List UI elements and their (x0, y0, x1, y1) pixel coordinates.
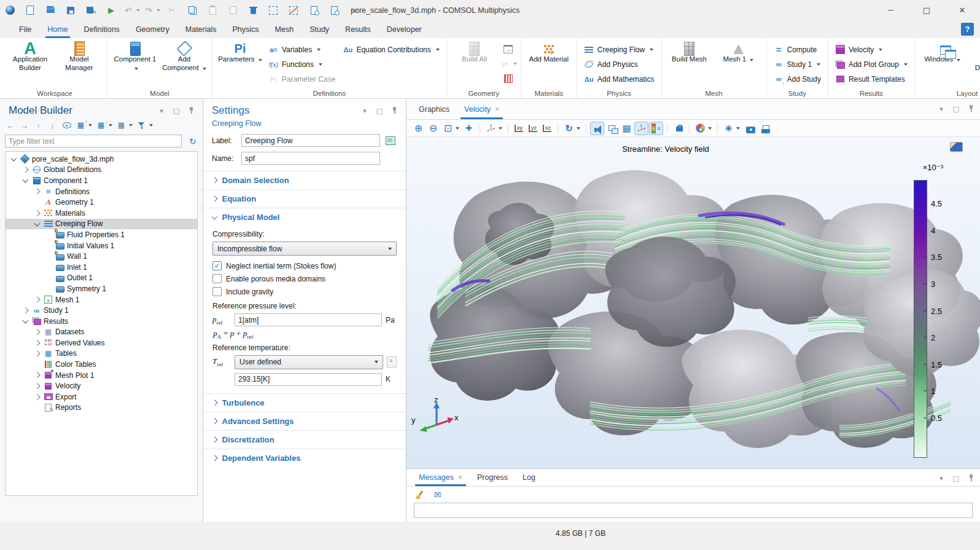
tree-item-initial-values-1[interactable]: Initial Values 1 (6, 240, 197, 251)
tree-toggle[interactable] (9, 158, 18, 160)
virtual-operations-button[interactable] (500, 72, 516, 85)
reference-temperature-select[interactable]: User defined (235, 355, 383, 369)
menu-tab-materials[interactable]: Materials (177, 20, 225, 38)
section-domain-selection[interactable]: Domain Selection (203, 171, 406, 189)
tree-item-export[interactable]: Export (6, 391, 197, 403)
messages-tab-log[interactable]: Log (519, 469, 539, 486)
menu-tab-developer[interactable]: Developer (379, 20, 430, 38)
graphics-tab-graphics[interactable]: Graphics (415, 99, 453, 119)
checkbox-neglect-inertial-term-stokes-flow[interactable]: ✓Neglect inertial term (Stokes flow) (212, 259, 397, 272)
tree-item-wall-1[interactable]: Wall 1 (6, 251, 197, 262)
name-input[interactable] (241, 152, 380, 165)
tree-item-mesh-1[interactable]: Mesh 1 (6, 294, 197, 305)
new-file-button[interactable] (21, 2, 39, 18)
transparency-button[interactable] (605, 122, 619, 135)
rename-label-button[interactable] (384, 135, 397, 147)
tree-toggle[interactable] (21, 308, 29, 313)
go-forward-button[interactable] (18, 119, 31, 132)
help-button[interactable]: ? (961, 23, 974, 36)
clear-button[interactable] (413, 488, 427, 501)
minimize-button[interactable]: − (873, 0, 909, 20)
tree-toggle[interactable] (33, 341, 41, 345)
tree-item-global-definitions[interactable]: Global Definitions (6, 165, 197, 176)
paste-button[interactable] (203, 2, 222, 18)
tree-item-outlet-1[interactable]: Outlet 1 (6, 273, 197, 284)
print-button[interactable] (757, 122, 771, 135)
zoom-in-button[interactable] (411, 122, 426, 135)
import-button[interactable] (500, 42, 516, 56)
panel-menu-chevron-icon[interactable]: ▾ (157, 106, 166, 115)
close-tab-icon[interactable]: × (495, 105, 499, 114)
section-equation[interactable]: Equation (203, 189, 406, 208)
panel-menu-chevron-icon[interactable]: ▾ (937, 104, 946, 113)
messages-tab-progress[interactable]: Progress (473, 469, 511, 486)
panel-menu-chevron-icon[interactable]: ▾ (937, 474, 946, 482)
tree-item-results[interactable]: Results (6, 316, 197, 327)
expand-tree-button[interactable] (95, 119, 114, 132)
temperature-list-button[interactable] (387, 356, 397, 367)
rotate-button[interactable] (562, 122, 582, 135)
panel-pin-icon[interactable] (966, 104, 975, 113)
zoom-out-button[interactable] (426, 122, 440, 135)
section-discretization[interactable]: Discretization (203, 430, 406, 449)
section-advanced-settings[interactable]: Advanced Settings (203, 412, 406, 430)
save-as-button[interactable] (82, 2, 100, 18)
mesh-1-button[interactable]: Mesh 1 (715, 41, 762, 66)
build-mesh-button[interactable]: Build Mesh (666, 41, 713, 66)
messages-tab-messages[interactable]: Messages× (415, 469, 466, 486)
component-1-button[interactable]: Component 1 (112, 41, 158, 75)
add-physics-button[interactable]: Add Physics (581, 57, 657, 71)
delete-button[interactable] (244, 2, 262, 18)
maximize-button[interactable]: □ (909, 0, 944, 20)
show-button[interactable] (60, 119, 73, 132)
tree-item-pore-scale-flow-3d-mph[interactable]: pore_scale_flow_3d.mph (6, 154, 197, 165)
creeping-flow-button[interactable]: Creeping Flow (581, 42, 657, 57)
refresh-icon[interactable]: ↻ (185, 136, 198, 147)
menu-tab-results[interactable]: Results (337, 20, 379, 38)
tree-item-study-1[interactable]: Study 1 (6, 305, 197, 316)
tree-toggle[interactable] (21, 179, 29, 182)
model-manager-button[interactable]: Model Manager (56, 41, 103, 75)
filter-button[interactable] (135, 119, 154, 132)
tree-item-inlet-1[interactable]: Inlet 1 (6, 262, 197, 273)
tree-toggle[interactable] (33, 330, 41, 334)
add-material-button[interactable]: Add Material (526, 41, 572, 66)
show-axis-orientation-button[interactable] (634, 122, 648, 135)
view-yz-button[interactable]: yz (526, 122, 540, 135)
panel-float-icon[interactable]: □ (172, 106, 181, 115)
go-back-button[interactable] (4, 119, 17, 132)
save-button[interactable] (61, 2, 80, 18)
tree-toggle[interactable] (33, 373, 41, 377)
variables-button[interactable]: Variables (266, 42, 338, 57)
tree-toggle[interactable] (33, 189, 41, 194)
compute-button[interactable]: Compute (771, 42, 823, 57)
graphics-tab-velocity[interactable]: Velocity× (461, 99, 503, 119)
windows-button[interactable]: Windows (919, 41, 966, 66)
redo-button[interactable] (142, 2, 161, 18)
equation-contributions-button[interactable]: Equation Contributions (340, 42, 441, 57)
environment-reflections-button[interactable] (721, 122, 742, 135)
section-turbulence[interactable]: Turbulence (203, 393, 406, 412)
study-1-button[interactable]: Study 1 (771, 57, 823, 71)
clear-selection-button[interactable] (284, 2, 303, 18)
tree-item-definitions[interactable]: Definitions (6, 186, 197, 197)
tree-item-tables[interactable]: Tables (6, 348, 197, 359)
tree-toggle[interactable] (21, 168, 29, 172)
tree-filter-input[interactable] (5, 135, 182, 147)
duplicate-button[interactable] (224, 2, 242, 18)
reference-pressure-input[interactable] (235, 313, 382, 326)
show-grid-button[interactable] (620, 122, 634, 135)
cut-button[interactable] (163, 2, 181, 18)
menu-tab-physics[interactable]: Physics (224, 20, 266, 38)
tree-toggle[interactable] (33, 395, 41, 399)
temperature-input[interactable] (235, 373, 382, 386)
tree-toggle[interactable] (33, 352, 41, 356)
add-mathematics-button[interactable]: Add Mathematics (581, 72, 657, 86)
zoom-extents-button[interactable] (462, 122, 476, 135)
select-box-button[interactable] (264, 2, 282, 18)
panel-float-icon[interactable]: □ (375, 106, 384, 115)
tree-item-derived-values[interactable]: Derived Values (6, 337, 197, 348)
run-button[interactable] (102, 2, 120, 18)
menu-tab-definitions[interactable]: Definitions (76, 20, 128, 38)
graphics-canvas[interactable]: Streamline: Velocity field ×10⁻³ 4.543.5… (406, 137, 980, 468)
